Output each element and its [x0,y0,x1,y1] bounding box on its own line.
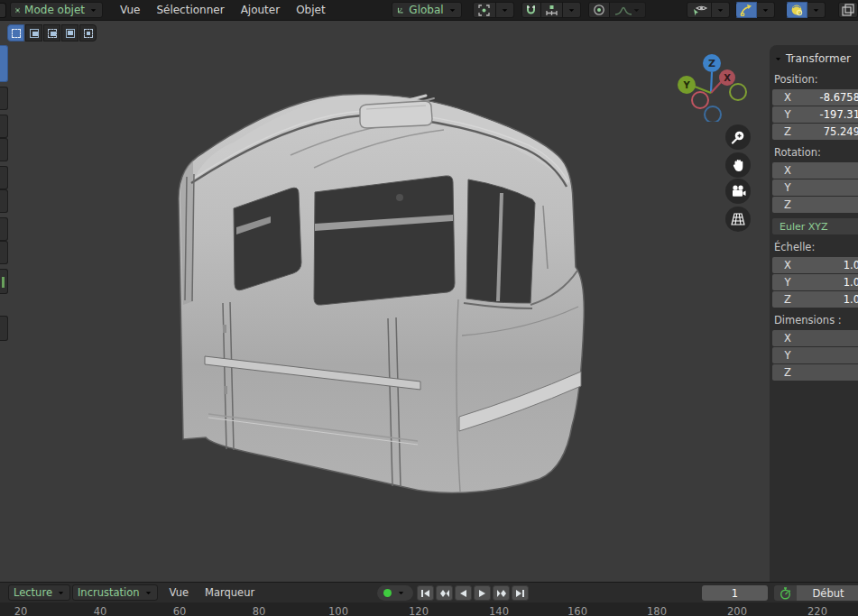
dimensions-y-field[interactable]: Y [772,347,858,363]
show-object-types-icon [692,5,707,16]
object-mode-icon [15,5,20,16]
tool-extra[interactable] [0,316,8,341]
playback-label: Lecture [14,586,52,599]
rotation-label: Rotation: [774,146,858,159]
object-mode-dropdown[interactable]: Mode objet [10,2,103,18]
chevron-down-icon [774,56,782,62]
axis-label: X [772,332,803,345]
ruler-tick: 100 [328,605,348,616]
tool-measure[interactable] [0,241,8,264]
perspective-toggle-button[interactable] [725,207,751,232]
dimensions-x-field[interactable]: X [772,330,858,346]
jump-to-start-button[interactable] [417,585,434,601]
navigation-gizmo[interactable]: Z X Y [668,50,767,122]
chevron-down-icon [89,7,97,14]
editor-type-button[interactable] [0,3,6,18]
tool-select-box[interactable] [0,45,8,82]
snap-toggle[interactable] [521,2,541,18]
ruler-tick: 220 [807,605,827,616]
prev-keyframe-button[interactable] [436,585,453,601]
transform-panel-header[interactable]: Transformer [770,51,858,67]
rotation-z-field[interactable]: Z [772,197,858,213]
frame-start-icon-segment[interactable] [774,585,797,601]
select-mode-invert[interactable] [61,24,78,41]
chevron-down-icon [716,7,724,14]
rotation-y-field[interactable]: Y [772,179,858,196]
select-mode-intersect[interactable] [79,24,97,41]
tool-add-cube[interactable] [0,269,8,294]
scale-z-field[interactable]: Z 1.0 [772,291,858,308]
gizmos-chevron[interactable] [757,2,775,18]
rotation-mode-dropdown[interactable]: Euler XYZ [772,218,858,234]
chevron-down-icon [812,7,820,14]
orientation-dropdown[interactable]: Global [392,2,462,18]
menu-ajouter[interactable]: Ajouter [233,4,289,16]
timeline-menu-marqueur[interactable]: Marqueur [197,586,263,599]
camera-view-button[interactable] [725,179,751,204]
proportional-editing-toggle[interactable] [588,2,610,18]
timeline-menu-vue[interactable]: Vue [161,586,197,599]
frame-start-group: Début [774,585,858,601]
tool-annotate[interactable] [0,217,8,241]
select-mode-extend[interactable] [25,24,42,41]
rotation-x-field[interactable]: X [772,162,858,179]
tool-rotate[interactable] [0,138,8,161]
playback-dropdown[interactable]: Lecture [8,584,70,601]
tool-scale[interactable] [0,166,8,189]
position-x-field[interactable]: X -8.6758 [772,89,858,106]
position-y-field[interactable]: Y -197.31 [772,106,858,123]
select-mode-new[interactable] [7,24,24,41]
xray-toggle[interactable] [838,2,858,18]
tool-cursor[interactable] [0,87,8,110]
timeline-ruler[interactable]: 20 40 60 80 100 120 140 160 180 200 220 [0,602,858,616]
menu-selectionner[interactable]: Sélectionner [148,4,232,16]
blender-window: Mode objet Vue Sélectionner Ajouter Obje… [0,0,858,616]
orientation-global-icon [397,5,405,15]
overlays-toggle[interactable] [786,2,807,18]
menu-vue[interactable]: Vue [112,4,148,16]
tool-move[interactable] [0,115,8,138]
position-label: Position: [774,73,858,86]
falloff-dropdown[interactable] [610,2,646,18]
tool-transform[interactable] [0,189,8,213]
zoom-button[interactable] [725,124,751,150]
autokey-toggle[interactable] [377,585,413,601]
chevron-down-icon [632,7,641,14]
chevron-down-icon [567,7,576,14]
select-intersect-icon [84,29,93,38]
scale-x-field[interactable]: X 1.0 [772,257,858,273]
magnifier-plus-icon [731,130,745,144]
visibility-dropdown-button[interactable] [687,2,712,18]
axis-value: 1.0 [803,276,858,289]
snap-chevron[interactable] [563,2,581,18]
scale-y-field[interactable]: Y 1.0 [772,274,858,290]
current-frame-field[interactable]: 1 [702,585,768,601]
chevron-down-icon [501,7,509,14]
play-reverse-button[interactable] [455,585,472,601]
select-mode-subtract[interactable] [43,24,60,41]
overlays-chevron[interactable] [807,2,826,18]
position-z-field[interactable]: Z 75.249 [772,124,858,140]
visibility-chevron[interactable] [712,2,730,18]
gizmos-toggle[interactable] [735,2,757,18]
frame-start-field[interactable]: Début [797,585,858,601]
play-button[interactable] [474,585,491,601]
overlay-dropdown[interactable]: Incrustation [72,584,158,601]
timeline-header: Lecture Incrustation Vue Marqueur [0,582,858,602]
snap-settings-button[interactable] [541,2,563,18]
jump-to-end-button[interactable] [512,585,529,601]
gizmo-icon [740,4,753,16]
next-keyframe-button[interactable] [493,585,510,601]
dimensions-z-field[interactable]: Z [772,364,858,381]
axis-label: Y [772,349,803,362]
proportional-editing-icon [593,4,605,16]
chevron-down-icon [448,7,457,14]
pan-button[interactable] [725,152,751,178]
pivot-chevron[interactable] [496,2,514,18]
falloff-curve-icon [614,5,632,16]
pivot-point-dropdown[interactable] [473,2,496,18]
menu-objet[interactable]: Objet [288,4,333,16]
axis-label: Z [772,293,803,306]
axis-label: Y [772,276,803,289]
axis-label: Y [772,181,803,194]
